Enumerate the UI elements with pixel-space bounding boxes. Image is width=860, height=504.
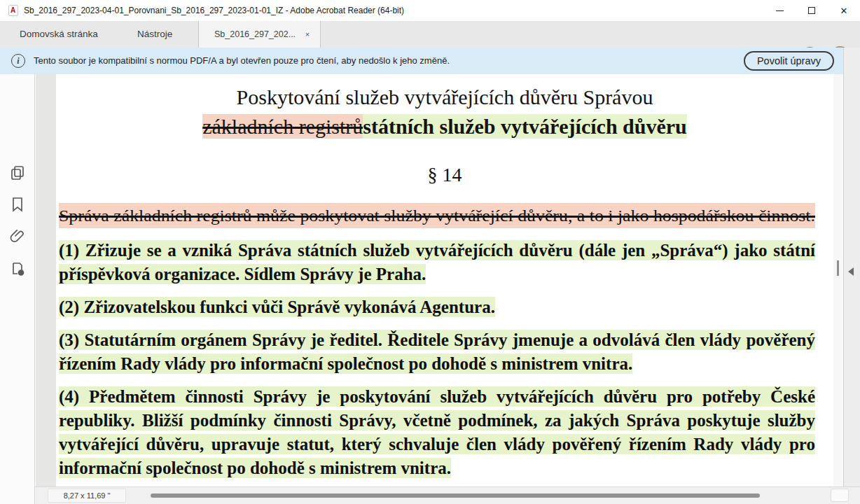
document-body: Správa základních registrů může poskytov… xyxy=(59,203,815,486)
horizontal-scrollbar-thumb[interactable] xyxy=(151,493,760,498)
maximize-icon xyxy=(808,7,815,14)
attachments-paperclip-icon[interactable] xyxy=(9,227,26,244)
close-icon: ✕ xyxy=(840,6,848,16)
vertical-scrollbar-thumb[interactable] xyxy=(837,260,839,276)
collapsed-tools-panel xyxy=(843,48,860,486)
paragraph-3: (3) Statutárním orgánem Správy je ředite… xyxy=(59,328,815,376)
section-heading: § 14 xyxy=(56,164,833,186)
document-heading-changed: základních registrůstátních služeb vytvá… xyxy=(56,115,833,139)
deleted-paragraph: Správa základních registrů může poskytov… xyxy=(59,203,815,228)
standards-document-info-icon[interactable]: i xyxy=(9,260,26,277)
paragraph-1-text: (1) Zřizuje se a vzniká Správa státních … xyxy=(59,240,815,284)
minimize-icon xyxy=(776,10,784,11)
heading-deleted-text: základních registrů xyxy=(202,114,363,139)
tab-document-label: Sb_2016_297_202... xyxy=(214,21,296,48)
bookmarks-icon[interactable] xyxy=(9,196,26,213)
pdf-page: Poskytování služeb vytvářejících důvěru … xyxy=(56,74,833,486)
svg-text:i: i xyxy=(20,270,22,275)
tab-tools[interactable]: Nástroje xyxy=(137,21,172,48)
info-icon: i xyxy=(11,54,25,68)
scrollbar-corner xyxy=(831,489,849,502)
paragraph-4-text: (4) Předmětem činnosti Správy je poskyto… xyxy=(59,386,815,478)
deleted-sentence: Správa základních registrů může poskytov… xyxy=(59,203,815,228)
paragraph-4: (4) Předmětem činnosti Správy je poskyto… xyxy=(59,385,815,480)
paragraph-3-text: (3) Statutárním orgánem Správy je ředite… xyxy=(59,330,815,374)
window-title: Sb_2016_297_2023-04-01_Porovnani_Sb_2016… xyxy=(24,0,404,21)
maximize-button[interactable] xyxy=(796,0,828,21)
expand-panel-arrow-icon[interactable] xyxy=(848,267,854,276)
tab-home[interactable]: Domovská stránka xyxy=(20,21,98,48)
minimize-button[interactable] xyxy=(763,0,796,21)
page-left-margin xyxy=(36,74,56,486)
document-heading: Poskytování služeb vytvářejících důvěru … xyxy=(56,85,833,109)
page-thumbnails-icon[interactable] xyxy=(9,164,26,181)
page-size-label: 8,27 x 11,69 " xyxy=(64,491,111,500)
close-button[interactable]: ✕ xyxy=(828,0,860,21)
acrobat-pdf-icon xyxy=(8,5,18,16)
heading-added-text: státních služeb vytvářejících důvěru xyxy=(363,114,686,139)
tab-close-icon[interactable]: × xyxy=(302,29,313,40)
paragraph-1: (1) Zřizuje se a vzniká Správa státních … xyxy=(59,239,815,286)
page-size-indicator: 8,27 x 11,69 " xyxy=(48,489,126,503)
paragraph-2: (2) Zřizovatelskou funkci vůči Správě vy… xyxy=(59,295,815,319)
tab-bar: Domovská stránka Nástroje Sb_2016_297_20… xyxy=(0,21,860,48)
status-bar: 8,27 x 11,69 " xyxy=(35,486,860,504)
vertical-scrollbar[interactable] xyxy=(833,74,843,486)
enable-editing-button[interactable]: Povolit úpravy xyxy=(744,51,834,71)
paragraph-2-text: (2) Zřizovatelskou funkci vůči Správě vy… xyxy=(59,297,495,317)
pdfa-notice-bar: i Tento soubor je kompatibilní s normou … xyxy=(0,48,843,74)
tab-document[interactable]: Sb_2016_297_202... × xyxy=(198,21,321,48)
left-sidebar: i xyxy=(0,74,35,504)
notice-text: Tento soubor je kompatibilní s normou PD… xyxy=(34,48,450,74)
window-titlebar: Sb_2016_297_2023-04-01_Porovnani_Sb_2016… xyxy=(0,0,860,21)
